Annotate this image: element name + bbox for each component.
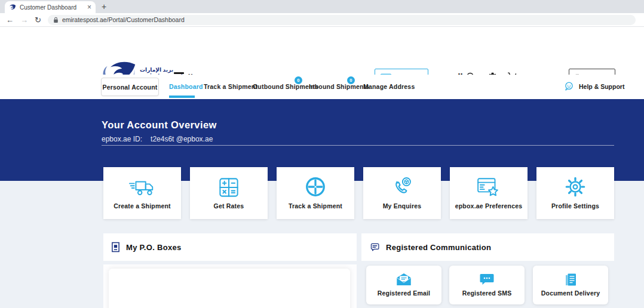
registered-communication-header: Registered Communication: [361, 233, 614, 261]
url-text: emiratespost.ae/Portal/CustomerDashboard: [62, 16, 185, 23]
tab-track-a-shipment[interactable]: Track a Shipment: [204, 83, 257, 90]
sms-icon: [480, 273, 494, 286]
po-boxes-header: My P.O. Boxes: [103, 233, 357, 261]
help-support-link[interactable]: Help & Support: [564, 81, 624, 91]
card-label: epbox.ae Preferences: [455, 202, 523, 210]
tab-inbound-shipments[interactable]: Inbound Shipments 0: [309, 83, 369, 90]
card-profile-settings[interactable]: Profile Settings: [536, 167, 614, 219]
po-box-card[interactable]: [109, 269, 350, 308]
active-tab-underline: [169, 96, 195, 98]
reload-icon[interactable]: ↻: [35, 16, 41, 24]
registered-sms-card[interactable]: Registered SMS: [449, 266, 525, 304]
card-label: Document Delivery: [541, 289, 600, 297]
inbound-count-badge: 0: [347, 76, 355, 84]
forward-icon[interactable]: →: [20, 16, 28, 24]
tab-title: Customer Dashboard: [20, 4, 84, 11]
browser-tab[interactable]: Customer Dashboard ×: [5, 1, 96, 13]
card-label: My Enquires: [383, 202, 422, 210]
calculator-icon: [218, 167, 240, 198]
document-delivery-card[interactable]: Document Delivery: [533, 266, 608, 304]
po-boxes-content: [103, 264, 357, 308]
new-tab-icon[interactable]: +: [102, 2, 106, 11]
card-label: Track a Shipment: [289, 202, 342, 210]
po-box-icon: [111, 242, 120, 252]
card-label: Get Rates: [214, 202, 244, 210]
personal-account-button[interactable]: Personal Account: [101, 78, 159, 96]
site-header: بريد الإمارات emirates post Menu 99 Unit…: [0, 27, 644, 75]
favicon-emirates-post-icon: [9, 4, 16, 11]
card-epbox-preferences[interactable]: epbox.ae Preferences: [450, 167, 528, 219]
headset-support-icon: [564, 81, 574, 91]
document-icon: [564, 273, 577, 286]
card-label: Create a Shipment: [114, 202, 171, 210]
outbound-count-badge: 0: [295, 76, 302, 84]
epbox-id-value: t2e4s6t @epbox.ae: [151, 135, 213, 143]
tab-dashboard[interactable]: Dashboard: [169, 83, 203, 90]
browser-toolbar: ← → ↻ emiratespost.ae/Portal/CustomerDas…: [0, 13, 644, 27]
personal-account-label: Personal Account: [102, 84, 157, 91]
email-icon: [396, 273, 412, 286]
card-label: Profile Settings: [551, 202, 599, 210]
dashboard-nav: Personal Account Dashboard Track a Shipm…: [0, 75, 644, 99]
chat-bubble-icon: [369, 242, 380, 252]
browser-tab-strip: Customer Dashboard × +: [0, 0, 644, 13]
gear-icon: [564, 167, 587, 198]
truck-icon: [128, 167, 156, 198]
hero-divider: [102, 145, 614, 146]
tab-inbound-label: Inbound Shipments: [309, 83, 369, 90]
card-my-enquires[interactable]: My Enquires: [363, 167, 441, 219]
crosshair-icon: [304, 167, 327, 198]
page-title: Your Account Overview: [102, 119, 217, 131]
screen: Customer Dashboard × + ← → ↻ emiratespos…: [0, 0, 644, 308]
card-label: Registered Email: [378, 289, 430, 297]
browser-star-icon: [476, 167, 501, 198]
card-get-rates[interactable]: Get Rates: [190, 167, 268, 219]
address-bar[interactable]: emiratespost.ae/Portal/CustomerDashboard: [48, 15, 636, 25]
tab-manage-address[interactable]: Manage Address: [363, 83, 415, 90]
po-boxes-title: My P.O. Boxes: [126, 243, 182, 252]
phone-enquiry-icon: [391, 167, 413, 198]
back-icon[interactable]: ←: [6, 16, 14, 24]
tab-close-icon[interactable]: ×: [87, 4, 91, 11]
registered-email-card[interactable]: Registered Email: [366, 266, 441, 304]
card-label: Registered SMS: [462, 289, 512, 297]
lock-icon: [53, 17, 59, 23]
card-create-shipment[interactable]: Create a Shipment: [103, 167, 181, 219]
epbox-id-label: epbox.ae ID:: [102, 135, 142, 143]
registered-communication-title: Registered Communication: [386, 243, 491, 252]
epbox-id-row: epbox.ae ID: t2e4s6t @epbox.ae: [102, 135, 213, 143]
card-track-shipment[interactable]: Track a Shipment: [277, 167, 354, 219]
help-support-label: Help & Support: [579, 83, 624, 90]
